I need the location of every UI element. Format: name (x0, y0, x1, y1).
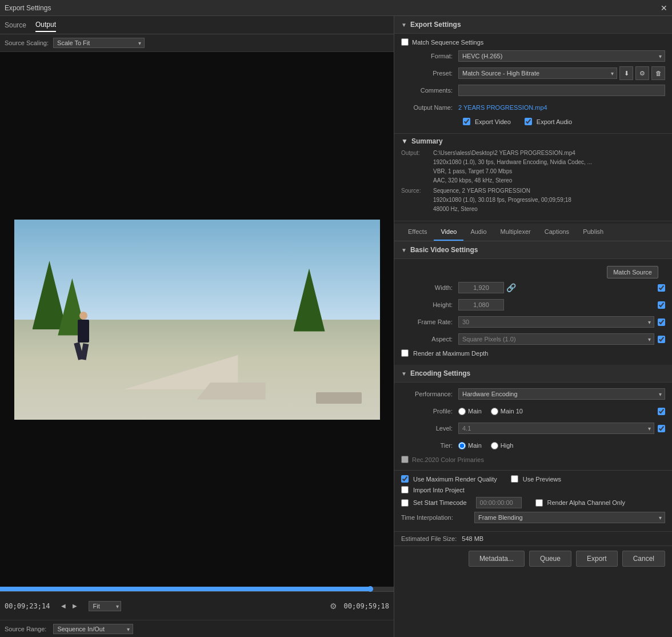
height-label: Height: (401, 301, 458, 308)
height-checkbox[interactable] (658, 301, 665, 309)
format-select[interactable]: HEVC (H.265) H.264 ProRes (458, 50, 665, 62)
timeline-progress[interactable] (0, 587, 394, 591)
frame-rate-checkbox[interactable] (658, 318, 665, 326)
profile-checkbox[interactable] (658, 408, 665, 415)
aspect-checkbox[interactable] (658, 336, 665, 343)
set-start-timecode-label: Set Start Timecode (413, 499, 467, 506)
profile-main-text: Main (468, 408, 482, 415)
source-scaling-select-wrapper: Scale To Fit Scale To Fill Stretch To Fi… (53, 38, 145, 48)
tier-main-text: Main (468, 442, 482, 449)
export-settings-chevron: ▼ (401, 22, 407, 28)
use-max-render-checkbox[interactable] (401, 475, 409, 483)
frame-rate-wrapper: 30 24 25 60 (458, 316, 654, 328)
profile-main10-label[interactable]: Main 10 (491, 408, 523, 415)
preset-select-wrapper: Match Source - High Bitrate Match Source… (458, 67, 617, 79)
preset-select[interactable]: Match Source - High Bitrate Match Source… (458, 67, 617, 79)
use-previews-checkbox[interactable] (511, 475, 518, 483)
match-source-button[interactable]: Match Source (607, 266, 658, 278)
estimated-size-label: Estimated File Size: (401, 535, 457, 542)
estimated-size-value: 548 MB (462, 535, 483, 542)
tier-main-label[interactable]: Main (458, 442, 482, 449)
level-label: Level: (401, 425, 458, 432)
close-button[interactable]: ✕ (661, 3, 667, 13)
cancel-button[interactable]: Cancel (622, 551, 665, 567)
aspect-select[interactable]: Square Pixels (1.0) D1/DV NTSC (0.9091) (458, 333, 654, 345)
frame-rate-select[interactable]: 30 24 25 60 (458, 316, 654, 328)
profile-main10-radio[interactable] (491, 408, 498, 415)
performance-label: Performance: (401, 391, 458, 397)
preset-row: Preset: Match Source - High Bitrate Matc… (401, 66, 665, 80)
progress-fill (0, 587, 370, 591)
level-checkbox[interactable] (658, 425, 665, 432)
profile-main-radio[interactable] (458, 408, 466, 415)
level-select[interactable]: 4.1 4.0 5.0 (458, 423, 654, 434)
preset-save-btn[interactable]: ⬇ (619, 66, 633, 80)
summary-toggle[interactable]: ▼ Summary (401, 137, 665, 145)
source-scaling-select[interactable]: Scale To Fit Scale To Fill Stretch To Fi… (53, 38, 145, 48)
set-start-timecode-checkbox[interactable] (401, 499, 409, 507)
metadata-button[interactable]: Metadata... (469, 551, 525, 567)
export-audio-checkbox[interactable] (525, 118, 532, 125)
title-bar: Export Settings ✕ (0, 0, 672, 16)
preset-delete-btn[interactable]: 🗑 (651, 66, 665, 80)
output-name-link[interactable]: 2 YEARS PROGRESSION.mp4 (458, 104, 547, 111)
export-video-checkbox[interactable] (463, 118, 470, 125)
preset-settings-btn[interactable]: ⚙ (635, 66, 649, 80)
summary-output-val: C:\Users\aless\Desktop\2 YEARS PROGRESSI… (433, 149, 592, 158)
use-previews-label: Use Previews (523, 476, 561, 483)
width-input[interactable] (458, 282, 504, 293)
summary-title: Summary (411, 137, 443, 145)
settings-icon[interactable]: ⚙ (327, 600, 339, 612)
tier-main-radio[interactable] (458, 442, 466, 449)
tab-publish[interactable]: Publish (576, 224, 610, 241)
tier-row: Tier: Main High (401, 439, 665, 452)
encoding-settings-header[interactable]: ▼ Encoding Settings (394, 365, 672, 383)
next-frame-btn[interactable]: ▶ (70, 602, 79, 610)
rec2020-checkbox[interactable] (401, 456, 409, 463)
tab-output[interactable]: Output (35, 18, 56, 32)
height-input[interactable] (458, 299, 504, 310)
basic-video-settings-header[interactable]: ▼ Basic Video Settings (394, 241, 672, 259)
summary-source-row: Source: Sequence, 2 YEARS PROGRESSION 19… (401, 186, 665, 214)
encoding-settings-chevron: ▼ (401, 371, 407, 377)
import-into-project-checkbox[interactable] (401, 486, 409, 493)
basic-video-chevron: ▼ (401, 247, 407, 253)
match-sequence-checkbox[interactable] (401, 38, 409, 46)
right-panel: ▼ Export Settings Match Sequence Setting… (394, 16, 672, 637)
render-max-depth-checkbox[interactable] (401, 349, 409, 357)
time-interpolation-row: Time Interpolation: Frame Blending Frame… (401, 512, 665, 523)
format-label: Format: (401, 53, 458, 59)
width-checkbox[interactable] (658, 284, 665, 292)
queue-button[interactable]: Queue (529, 551, 571, 567)
tier-high-radio[interactable] (491, 442, 498, 449)
use-max-render-label: Use Maximum Render Quality (413, 476, 497, 483)
fit-select[interactable]: Fit 50% 75% 100% (89, 601, 121, 611)
tab-captions[interactable]: Captions (538, 224, 576, 241)
progress-handle[interactable] (367, 586, 373, 592)
fit-select-wrapper: Fit 50% 75% 100% (89, 601, 121, 611)
profile-row: Profile: Main Main 10 (401, 404, 665, 418)
render-alpha-label: Render Alpha Channel Only (547, 499, 625, 506)
tab-source[interactable]: Source (5, 19, 26, 31)
prev-frame-btn[interactable]: ◀ (59, 602, 68, 610)
time-interpolation-label: Time Interpolation: (401, 514, 470, 521)
render-max-depth-row: Render at Maximum Depth (401, 349, 665, 357)
tab-multiplexer[interactable]: Multiplexer (494, 224, 538, 241)
export-button[interactable]: Export (576, 551, 618, 567)
tab-effects[interactable]: Effects (401, 224, 434, 241)
time-interpolation-select[interactable]: Frame Blending Frame Sampling Optical Fl… (474, 512, 665, 523)
profile-main-label[interactable]: Main (458, 408, 482, 415)
comments-input[interactable] (458, 85, 665, 96)
performance-select[interactable]: Hardware Encoding Software Encoding (458, 388, 665, 400)
set-start-timecode-input[interactable] (476, 497, 522, 508)
tab-audio[interactable]: Audio (463, 224, 493, 241)
export-settings-header[interactable]: ▼ Export Settings (394, 16, 672, 34)
format-select-wrapper: HEVC (H.265) H.264 ProRes (458, 50, 665, 62)
summary-content: Output: C:\Users\aless\Desktop\2 YEARS P… (401, 149, 665, 214)
tier-high-label[interactable]: High (491, 442, 514, 449)
link-icon[interactable]: 🔗 (504, 283, 518, 292)
render-alpha-checkbox[interactable] (535, 499, 543, 507)
timecode-end: 00;09;59;18 (344, 602, 389, 610)
tab-video[interactable]: Video (434, 224, 463, 241)
source-range-select[interactable]: Sequence In/Out Work Area Entire Sequenc… (53, 624, 133, 634)
